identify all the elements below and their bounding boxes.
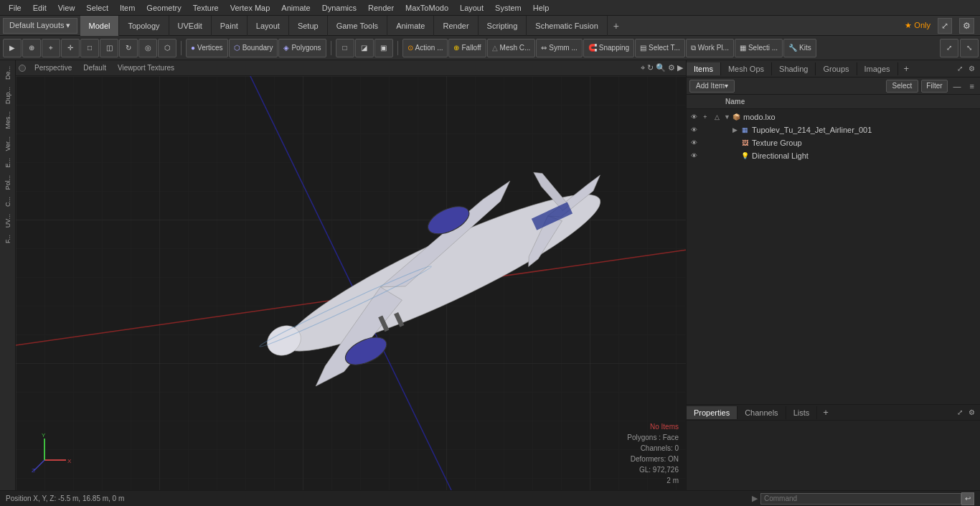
sidebar-label-f[interactable]: F...: [3, 232, 13, 246]
props-settings-btn[interactable]: ⚙: [966, 408, 977, 417]
tab-groups[interactable]: Groups: [816, 62, 857, 75]
command-submit-btn[interactable]: ↩: [961, 492, 974, 505]
items-tab-settings-btn[interactable]: ⚙: [966, 64, 977, 73]
viewport-perspective-btn[interactable]: Perspective: [29, 62, 77, 73]
menu-dynamics[interactable]: Dynamics: [316, 2, 362, 14]
polygons-button[interactable]: ◈ Polygons: [278, 39, 326, 57]
toolbar-box2-btn[interactable]: ◫: [100, 39, 118, 57]
sidebar-label-e[interactable]: E...: [3, 155, 13, 171]
tab-animate[interactable]: Animate: [387, 16, 434, 36]
menu-edit[interactable]: Edit: [27, 2, 52, 14]
falloff-button[interactable]: ⊕ Falloff: [448, 39, 486, 57]
viewport-camera-btn[interactable]: Default: [77, 62, 112, 73]
toolbar-move-btn[interactable]: ✛: [61, 39, 80, 57]
toolbar-hex-btn[interactable]: ⬡: [158, 39, 176, 57]
menu-render[interactable]: Render: [362, 2, 400, 14]
tree-arrow-0[interactable]: ▼: [724, 113, 731, 121]
menu-geometry[interactable]: Geometry: [141, 2, 187, 14]
toolbar-cursor-btn[interactable]: ⌖: [42, 39, 60, 57]
viewport-rotate-view-btn[interactable]: ↻: [647, 63, 654, 72]
boundary-button[interactable]: ⬡ Boundary: [229, 39, 278, 57]
sidebar-label-uvp[interactable]: UV...: [3, 211, 13, 230]
selecti-button[interactable]: ▦ Selecti ...: [735, 39, 783, 57]
viewport-dot[interactable]: [19, 65, 26, 72]
sidebar-label-mes[interactable]: Mes...: [3, 108, 13, 132]
settings-layout-btn[interactable]: ⚙: [959, 18, 974, 34]
scene-3d[interactable]: X Y Z No Items Polygons : Face Channels:…: [16, 76, 686, 490]
tab-meshops[interactable]: Mesh Ops: [721, 62, 772, 75]
sidebar-label-ver[interactable]: Ver...: [3, 133, 13, 154]
toolbar-toggle-btn[interactable]: ▶: [3, 39, 22, 57]
toolbar-circle-btn[interactable]: ◎: [138, 39, 157, 57]
kits-button[interactable]: 🔧 Kits: [783, 39, 816, 57]
sidebar-label-c[interactable]: C...: [3, 194, 13, 210]
toolbar-sq1-btn[interactable]: □: [336, 39, 354, 57]
add-items-tab-button[interactable]: +: [898, 61, 915, 76]
tab-render[interactable]: Render: [434, 16, 478, 36]
menu-maxtomodo[interactable]: MaxToModo: [400, 2, 454, 14]
toolbar-sq2-btn[interactable]: ◪: [355, 39, 374, 57]
selectt-button[interactable]: ▤ Select T...: [635, 39, 685, 57]
eye-icon-0[interactable]: 👁: [688, 111, 699, 123]
snapping-button[interactable]: 🧲 Snapping: [583, 39, 634, 57]
mesh-button[interactable]: △ Mesh C...: [487, 39, 536, 57]
tab-scripting[interactable]: Scripting: [479, 16, 527, 36]
tab-items[interactable]: Items: [687, 62, 721, 75]
tab-properties[interactable]: Properties: [687, 406, 738, 419]
tree-item-light[interactable]: 👁 💡 Directional Light: [687, 149, 980, 162]
eye-icon-2[interactable]: 👁: [688, 137, 699, 149]
tab-channels[interactable]: Channels: [738, 406, 786, 419]
items-minus-btn[interactable]: —: [951, 80, 964, 92]
symm-button[interactable]: ⇔ Symm ...: [536, 39, 582, 57]
toolbar-sq3-btn[interactable]: ▣: [374, 39, 393, 57]
tab-uvedit[interactable]: UVEdit: [169, 16, 212, 36]
viewport-shading-btn[interactable]: Viewport Textures: [112, 62, 180, 73]
tab-images[interactable]: Images: [857, 62, 898, 75]
tab-schematic[interactable]: Schematic Fusion: [527, 16, 607, 36]
layout-dropdown[interactable]: Default Layouts ▾: [3, 18, 77, 34]
expand-layout-btn[interactable]: ⤢: [938, 18, 952, 34]
viewport-settings-btn[interactable]: ⚙: [668, 63, 675, 72]
items-tab-expand-btn[interactable]: ⤢: [955, 64, 965, 73]
tab-layout[interactable]: Layout: [248, 16, 289, 36]
menu-help[interactable]: Help: [527, 2, 555, 14]
toolbar-box1-btn[interactable]: □: [80, 39, 99, 57]
menu-vertexmap[interactable]: Vertex Map: [225, 2, 276, 14]
tab-lists[interactable]: Lists: [786, 406, 818, 419]
toolbar-globe-btn[interactable]: ⊕: [22, 39, 41, 57]
tab-gametools[interactable]: Game Tools: [328, 16, 388, 36]
tab-shading[interactable]: Shading: [772, 62, 816, 75]
command-input[interactable]: [760, 493, 961, 505]
viewport-zoom-btn[interactable]: 🔍: [656, 63, 666, 72]
tree-item-texture[interactable]: 👁 🖼 Texture Group: [687, 136, 980, 149]
tree-item-modo-lxo[interactable]: 👁 + △ ▼ 📦 modo.lxo: [687, 111, 980, 123]
workpl-button[interactable]: ⧉ Work Pl...: [686, 39, 734, 57]
add-item-button[interactable]: Add Item ▾: [689, 80, 735, 93]
add-props-tab-btn[interactable]: +: [817, 405, 834, 420]
tab-model[interactable]: Model: [80, 16, 120, 36]
menu-select[interactable]: Select: [80, 2, 114, 14]
menu-file[interactable]: File: [3, 2, 27, 14]
menu-layout[interactable]: Layout: [454, 2, 489, 14]
add-tab-button[interactable]: +: [608, 17, 625, 34]
action-button[interactable]: ⊙ Action ...: [402, 39, 448, 57]
items-select-button[interactable]: Select: [886, 80, 919, 93]
tree-arrow-1[interactable]: ▶: [732, 126, 740, 133]
eye-icon-1[interactable]: 👁: [688, 124, 699, 136]
sidebar-label-pol[interactable]: Pol...: [3, 172, 13, 193]
props-expand-btn[interactable]: ⤢: [955, 408, 965, 417]
eye-icon-3[interactable]: 👁: [688, 150, 699, 161]
menu-item[interactable]: Item: [114, 2, 141, 14]
viewport-play-btn[interactable]: ▶: [677, 63, 683, 72]
sidebar-label-dup[interactable]: Dup...: [3, 84, 13, 107]
unk-icon-0[interactable]: △: [711, 111, 722, 123]
tab-setup[interactable]: Setup: [289, 16, 328, 36]
menu-animate[interactable]: Animate: [275, 2, 316, 14]
items-settings-btn[interactable]: ≡: [967, 80, 977, 92]
items-filter-button[interactable]: Filter: [921, 80, 947, 93]
menu-texture[interactable]: Texture: [187, 2, 225, 14]
tab-topology[interactable]: Topology: [119, 16, 169, 36]
toolbar-rotate-btn[interactable]: ↻: [119, 39, 138, 57]
menu-system[interactable]: System: [489, 2, 527, 14]
tab-paint[interactable]: Paint: [212, 16, 248, 36]
